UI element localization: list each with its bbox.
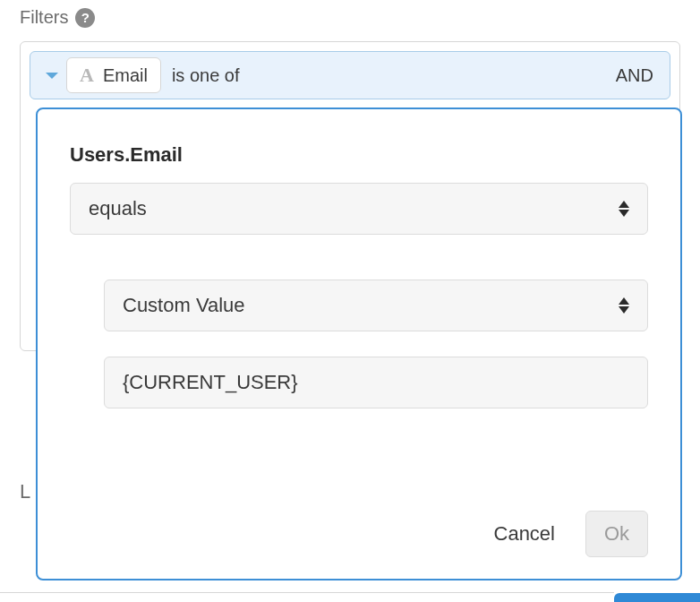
sort-arrows-icon	[619, 201, 629, 217]
help-icon[interactable]: ?	[75, 8, 95, 28]
caret-down-icon	[46, 73, 58, 79]
cancel-button[interactable]: Cancel	[494, 522, 555, 546]
value-input[interactable]: {CURRENT_USER}	[104, 357, 648, 408]
operator-value: equals	[89, 197, 147, 220]
ok-label: Ok	[604, 522, 629, 546]
button-row: Cancel Ok	[70, 493, 648, 557]
text-type-icon: A	[80, 64, 94, 87]
field-pill[interactable]: A Email	[66, 57, 161, 93]
value-text: {CURRENT_USER}	[123, 371, 298, 394]
filters-label-text: Filters	[20, 7, 68, 28]
value-type-select[interactable]: Custom Value	[104, 280, 648, 331]
divider	[0, 592, 614, 593]
filters-label: Filters ?	[20, 7, 95, 28]
filter-condition: is one of	[172, 65, 240, 86]
ok-button[interactable]: Ok	[585, 511, 648, 557]
filter-popup: Users.Email equals Custom Value {CURRENT…	[36, 108, 682, 580]
field-name: Email	[103, 65, 148, 86]
filter-row[interactable]: A Email is one of AND	[30, 51, 670, 99]
partial-text: L	[20, 480, 30, 503]
operator-select[interactable]: equals	[70, 183, 648, 235]
filter-caret[interactable]	[41, 73, 63, 79]
sort-arrows-icon	[619, 297, 629, 314]
popup-title: Users.Email	[70, 143, 648, 167]
value-type: Custom Value	[123, 294, 245, 317]
bottom-accent	[614, 593, 700, 602]
filter-joiner: AND	[616, 65, 659, 86]
